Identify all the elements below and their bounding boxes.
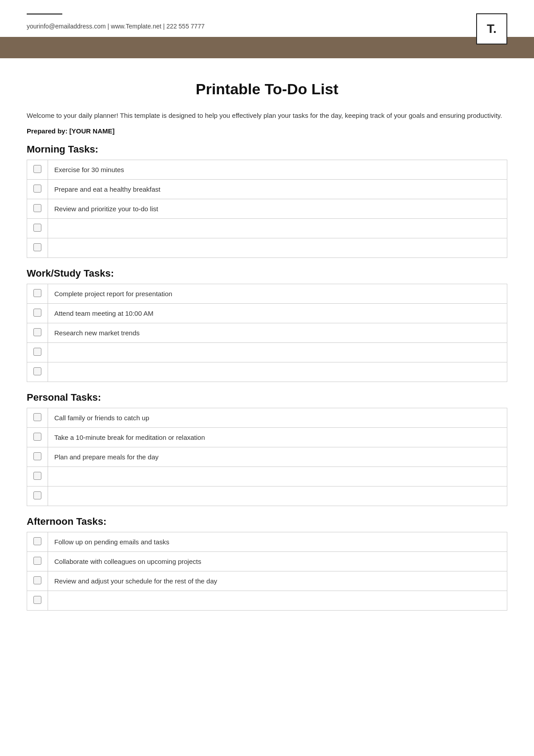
task-label	[48, 343, 507, 362]
task-label: Attend team meeting at 10:00 AM	[48, 304, 507, 323]
checkbox-icon[interactable]	[33, 328, 41, 336]
checkbox-cell[interactable]	[27, 238, 48, 258]
table-row	[27, 467, 507, 487]
task-label	[48, 591, 507, 611]
table-row	[27, 487, 507, 506]
checkbox-icon[interactable]	[33, 224, 41, 232]
table-row	[27, 362, 507, 382]
task-label: Plan and prepare meals for the day	[48, 447, 507, 467]
checkbox-cell[interactable]	[27, 343, 48, 362]
task-label: Collaborate with colleagues on upcoming …	[48, 552, 507, 571]
checkbox-cell[interactable]	[27, 487, 48, 506]
checkbox-icon[interactable]	[33, 243, 41, 251]
task-label	[48, 487, 507, 506]
checkbox-icon[interactable]	[33, 309, 41, 317]
checkbox-icon[interactable]	[33, 576, 41, 584]
checkbox-icon[interactable]	[33, 491, 41, 499]
task-label	[48, 467, 507, 487]
checkbox-cell[interactable]	[27, 219, 48, 238]
table-row	[27, 219, 507, 238]
task-label	[48, 219, 507, 238]
sections-container: Morning Tasks:Exercise for 30 minutesPre…	[27, 144, 507, 611]
table-row: Complete project report for presentation	[27, 284, 507, 304]
checkbox-icon[interactable]	[33, 433, 41, 441]
section-title-0: Morning Tasks:	[27, 144, 507, 155]
header-contact: yourinfo@emailaddress.com | www.Template…	[27, 23, 507, 30]
checkbox-cell[interactable]	[27, 532, 48, 552]
checkbox-cell[interactable]	[27, 284, 48, 304]
section-title-3: Afternoon Tasks:	[27, 516, 507, 527]
table-row: Attend team meeting at 10:00 AM	[27, 304, 507, 323]
page-wrapper: yourinfo@emailaddress.com | www.Template…	[0, 0, 534, 647]
checkbox-icon[interactable]	[33, 185, 41, 193]
task-table-3: Follow up on pending emails and tasksCol…	[27, 532, 507, 611]
task-label	[48, 362, 507, 382]
checkbox-icon[interactable]	[33, 348, 41, 356]
table-row: Call family or friends to catch up	[27, 408, 507, 428]
checkbox-cell[interactable]	[27, 408, 48, 428]
section-title-2: Personal Tasks:	[27, 392, 507, 403]
checkbox-cell[interactable]	[27, 447, 48, 467]
logo-box: T.	[476, 13, 507, 44]
table-row: Plan and prepare meals for the day	[27, 447, 507, 467]
task-label: Review and adjust your schedule for the …	[48, 571, 507, 591]
table-row	[27, 238, 507, 258]
checkbox-icon[interactable]	[33, 204, 41, 212]
task-table-1: Complete project report for presentation…	[27, 284, 507, 382]
table-row: Follow up on pending emails and tasks	[27, 532, 507, 552]
task-label: Complete project report for presentation	[48, 284, 507, 304]
checkbox-cell[interactable]	[27, 362, 48, 382]
banner	[0, 37, 534, 58]
task-label: Take a 10-minute break for meditation or…	[48, 428, 507, 447]
checkbox-cell[interactable]	[27, 323, 48, 343]
checkbox-cell[interactable]	[27, 199, 48, 219]
task-label: Follow up on pending emails and tasks	[48, 532, 507, 552]
task-label: Review and prioritize your to-do list	[48, 199, 507, 219]
checkbox-icon[interactable]	[33, 537, 41, 545]
table-row: Prepare and eat a healthy breakfast	[27, 180, 507, 199]
checkbox-icon[interactable]	[33, 472, 41, 480]
checkbox-icon[interactable]	[33, 289, 41, 297]
checkbox-cell[interactable]	[27, 304, 48, 323]
main-content: Printable To-Do List Welcome to your dai…	[0, 58, 534, 647]
task-table-0: Exercise for 30 minutesPrepare and eat a…	[27, 160, 507, 258]
checkbox-cell[interactable]	[27, 552, 48, 571]
checkbox-cell[interactable]	[27, 467, 48, 487]
task-label: Prepare and eat a healthy breakfast	[48, 180, 507, 199]
checkbox-cell[interactable]	[27, 428, 48, 447]
prepared-by: Prepared by: [YOUR NAME]	[27, 127, 507, 135]
checkbox-icon[interactable]	[33, 367, 41, 375]
table-row: Review and adjust your schedule for the …	[27, 571, 507, 591]
task-label	[48, 238, 507, 258]
table-row: Review and prioritize your to-do list	[27, 199, 507, 219]
header: yourinfo@emailaddress.com | www.Template…	[0, 0, 534, 30]
header-line	[27, 13, 62, 15]
table-row: Exercise for 30 minutes	[27, 160, 507, 180]
checkbox-icon[interactable]	[33, 596, 41, 604]
table-row: Take a 10-minute break for meditation or…	[27, 428, 507, 447]
task-table-2: Call family or friends to catch upTake a…	[27, 408, 507, 506]
table-row	[27, 591, 507, 611]
section-title-1: Work/Study Tasks:	[27, 268, 507, 279]
table-row	[27, 343, 507, 362]
task-label: Exercise for 30 minutes	[48, 160, 507, 180]
checkbox-cell[interactable]	[27, 591, 48, 611]
table-row: Collaborate with colleagues on upcoming …	[27, 552, 507, 571]
checkbox-icon[interactable]	[33, 165, 41, 173]
task-label: Research new market trends	[48, 323, 507, 343]
checkbox-cell[interactable]	[27, 571, 48, 591]
checkbox-cell[interactable]	[27, 160, 48, 180]
task-label: Call family or friends to catch up	[48, 408, 507, 428]
table-row: Research new market trends	[27, 323, 507, 343]
intro-text: Welcome to your daily planner! This temp…	[27, 110, 507, 121]
checkbox-icon[interactable]	[33, 413, 41, 421]
checkbox-cell[interactable]	[27, 180, 48, 199]
checkbox-icon[interactable]	[33, 452, 41, 460]
checkbox-icon[interactable]	[33, 557, 41, 565]
page-title: Printable To-Do List	[27, 80, 507, 98]
